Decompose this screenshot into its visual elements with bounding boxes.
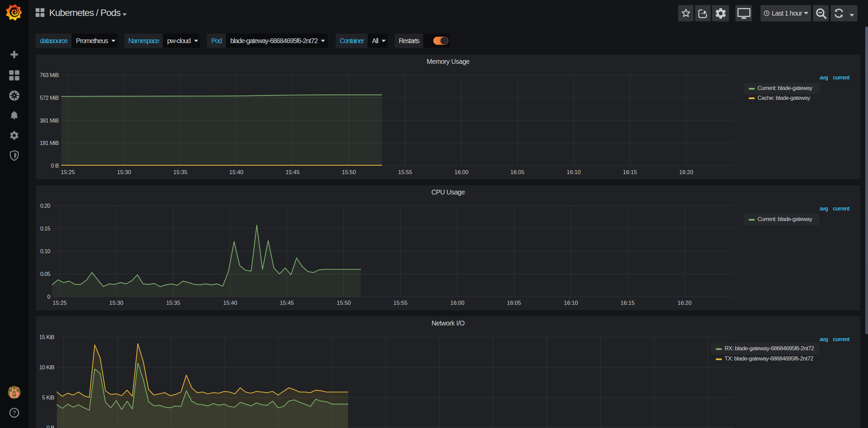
svg-text:?: ? [13, 409, 16, 416]
